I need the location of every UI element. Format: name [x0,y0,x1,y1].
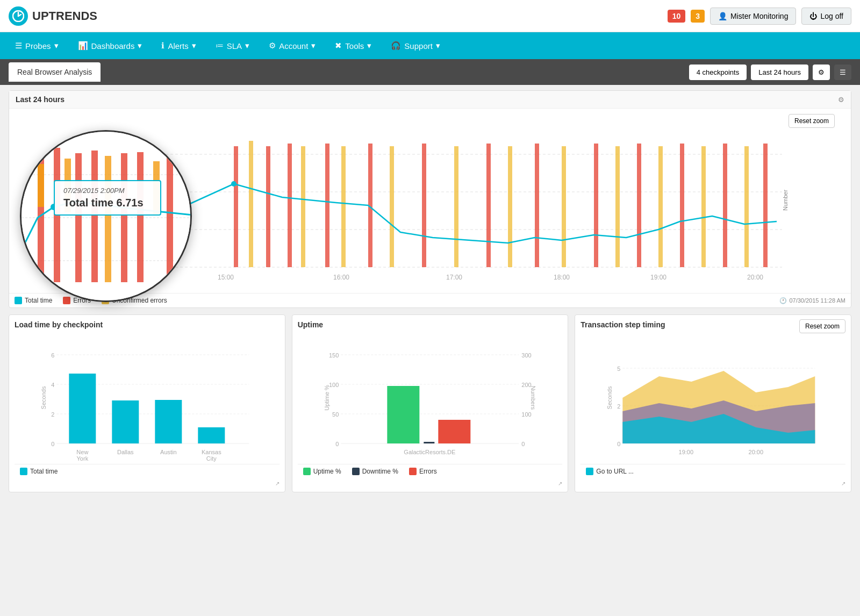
list-icon: ≔ [216,41,224,51]
uptime-legend: Uptime % Downtime % Errors [298,464,563,478]
legend-total-time-color [15,297,22,304]
sidebar-item-alerts[interactable]: ℹ Alerts ▾ [152,32,205,59]
legend-downtime-label: Downtime % [362,468,398,475]
top-right: 10 3 👤 Mister Monitoring ⏻ Log off [668,8,851,25]
nav-probes-label: Probes [25,41,51,51]
chart-gear-icon[interactable]: ⚙ [838,96,844,104]
logoff-button[interactable]: ⏻ Log off [801,8,851,25]
svg-text:Numbers: Numbers [530,386,536,410]
sidebar-item-tools[interactable]: ✖ Tools ▾ [325,32,381,59]
svg-text:200: 200 [521,382,531,388]
svg-text:15:00: 15:00 [218,274,234,281]
uptime-footer: ↗ [298,481,563,486]
chevron-down-icon6: ▾ [367,41,371,51]
svg-rect-11 [75,153,82,282]
svg-rect-13 [105,156,111,282]
svg-text:19:00: 19:00 [650,274,666,281]
chevron-down-icon4: ▾ [245,41,249,51]
legend-errors-color [63,297,70,304]
chart-title: Last 24 hours [16,95,64,104]
tooltip-box: 07/29/2015 2:00PM Total time 6.71s [54,180,161,216]
chart-body: Reset zoom [9,109,851,293]
svg-rect-48 [701,146,706,267]
nav-alerts-label: Alerts [168,41,188,51]
badge-yellow[interactable]: 3 [691,10,705,23]
main-chart-panel: Last 24 hours ⚙ Reset zoom [9,90,851,308]
svg-text:Seconds: Seconds [40,386,47,409]
svg-text:6: 6 [51,352,54,359]
svg-text:0: 0 [618,441,621,447]
logo: UPTRENDS [9,6,668,26]
user-name: Mister Monitoring [730,12,788,20]
nav-bar: ☰ Probes ▾ 📊 Dashboards ▾ ℹ Alerts ▾ ≔ S… [0,32,860,59]
svg-text:100: 100 [329,382,339,388]
svg-text:Dallas: Dallas [117,449,134,455]
svg-rect-34 [341,146,346,267]
svg-text:0: 0 [521,441,525,447]
svg-rect-71 [198,427,225,443]
svg-rect-41 [535,144,539,267]
legend-downtime-color [352,468,360,475]
user-button[interactable]: 👤 Mister Monitoring [710,8,796,25]
logo-icon [9,6,28,26]
logoff-label: Log off [820,12,843,20]
bottom-panels: Load time by checkpoint Seconds 0 2 4 6 [9,314,851,492]
badge-red[interactable]: 10 [668,10,686,23]
sidebar-item-probes[interactable]: ☰ Probes ▾ [5,32,68,59]
svg-rect-46 [658,146,663,267]
sub-header-right: 4 checkpoints Last 24 hours ⚙ ☰ [689,65,851,80]
nav-dashboards-label: Dashboards [91,41,135,51]
svg-text:York: York [77,455,89,462]
svg-rect-44 [615,146,620,267]
svg-text:City: City [206,455,217,462]
svg-rect-43 [594,144,598,267]
svg-text:2: 2 [618,403,621,410]
checkpoints-button[interactable]: 4 checkpoints [689,65,747,80]
svg-rect-8 [38,164,44,207]
hours-button[interactable]: Last 24 hours [751,65,808,80]
legend-uptime-label: Uptime % [313,468,341,475]
chart-header: Last 24 hours ⚙ [9,91,851,109]
sidebar-item-account[interactable]: ⚙ Account ▾ [259,32,325,59]
svg-text:0: 0 [335,441,339,447]
svg-rect-29 [249,141,253,267]
user-icon: 👤 [718,12,727,20]
legend-load-label: Total time [30,468,58,475]
svg-rect-94 [438,420,470,443]
tab-real-browser-analysis[interactable]: Real Browser Analysis [9,62,101,82]
svg-rect-15 [137,152,144,282]
reset-zoom-button[interactable]: Reset zoom [789,114,835,128]
logo-text: UPTRENDS [32,9,97,23]
nav-sla-label: SLA [227,41,242,51]
svg-text:2: 2 [51,411,54,418]
transaction-reset-zoom-button[interactable]: Reset zoom [799,319,845,333]
svg-rect-49 [723,144,727,267]
magnify-circle: 07/29/2015 2:00PM Total time 6.71s [20,130,192,302]
load-time-panel: Load time by checkpoint Seconds 0 2 4 6 [9,314,285,492]
svg-rect-31 [288,144,292,267]
settings-button[interactable]: ⚙ [813,65,830,80]
sidebar-item-dashboards[interactable]: 📊 Dashboards ▾ [68,32,152,59]
svg-text:300: 300 [521,352,531,359]
svg-rect-69 [112,400,139,443]
svg-rect-12 [91,151,98,282]
legend-load-color [20,468,27,475]
svg-rect-28 [234,146,238,267]
nav-tools-label: Tools [345,41,364,51]
svg-text:100: 100 [521,411,531,418]
logoff-icon: ⏻ [809,12,817,20]
transaction-panel: Transaction step timing Reset zoom Secon… [575,314,851,492]
headphone-icon: 🎧 [391,41,401,51]
svg-rect-33 [325,144,329,267]
menu-button[interactable]: ☰ [834,65,851,80]
legend-uptime: Uptime % [303,468,341,475]
svg-point-52 [231,181,236,187]
tooltip-value: Total time 6.71s [63,197,152,209]
svg-rect-32 [301,146,305,267]
legend-uptime-errors-color [409,468,417,475]
sidebar-item-sla[interactable]: ≔ SLA ▾ [206,32,259,59]
legend-goto-url-color [586,468,593,475]
sidebar-item-support[interactable]: 🎧 Support ▾ [381,32,450,59]
svg-text:Austin: Austin [160,449,177,455]
chart-timestamp: 🕐 07/30/2015 11:28 AM [779,297,845,304]
